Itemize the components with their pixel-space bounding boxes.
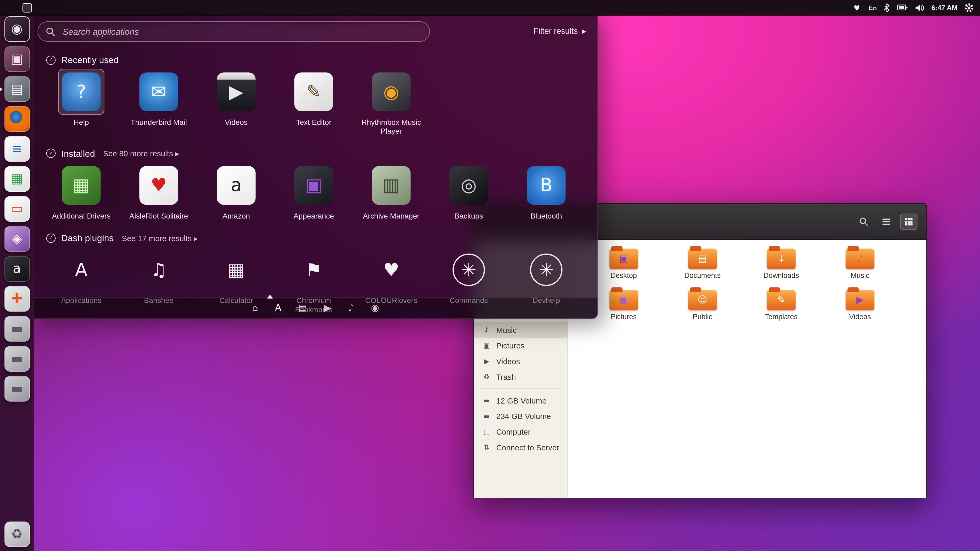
app-icon: ? bbox=[62, 72, 100, 111]
launcher-item[interactable] bbox=[0, 106, 34, 133]
sidebar-item-label: Videos bbox=[496, 357, 520, 366]
app-icon-ring: ▦ bbox=[65, 169, 97, 202]
lens-item[interactable]: ▶ bbox=[324, 303, 331, 313]
search-icon bbox=[46, 27, 56, 37]
dash-app-item[interactable]: ◎ Backups bbox=[430, 162, 508, 221]
folder-label: Pictures bbox=[611, 313, 636, 320]
launcher-item[interactable]: ▣ bbox=[0, 46, 34, 73]
app-icon: ✳ bbox=[527, 251, 566, 289]
folder-label: Videos bbox=[849, 313, 871, 320]
dash-search-row: Filter results ▸ bbox=[34, 15, 598, 46]
messaging-heart-icon[interactable] bbox=[853, 3, 861, 12]
launcher-item[interactable]: ▬ bbox=[0, 316, 34, 342]
dash-app-item[interactable]: ? Help bbox=[43, 69, 120, 136]
sidebar-devices: ▬ 12 GB Volume ▬ 234 GB Volume ▢ Compute… bbox=[474, 393, 567, 456]
dash-app-item[interactable]: B Bluetooth bbox=[508, 162, 585, 221]
app-icon: ♥ bbox=[372, 251, 410, 289]
sidebar-item[interactable]: ♻ Trash bbox=[474, 369, 567, 385]
dash-app-item[interactable]: ✎ Text Editor bbox=[275, 69, 352, 136]
lens-item[interactable]: ◉ bbox=[371, 303, 379, 313]
sound-icon[interactable] bbox=[915, 3, 924, 12]
app-icon-ring: ✎ bbox=[298, 76, 330, 108]
launcher-item[interactable]: ▭ bbox=[0, 196, 34, 222]
launcher-item[interactable]: ◉ bbox=[0, 16, 34, 43]
lens-item[interactable]: ▤ bbox=[298, 303, 307, 313]
app-glyph: ? bbox=[76, 83, 86, 101]
battery-icon[interactable] bbox=[897, 4, 908, 11]
launcher-item[interactable]: ▤ bbox=[0, 76, 34, 103]
folder-icon: ▣ bbox=[609, 249, 638, 269]
folder-label: Templates bbox=[765, 313, 797, 320]
filter-results-label: Filter results bbox=[533, 26, 578, 36]
folder-item[interactable]: ▤ Documents bbox=[663, 249, 742, 290]
launcher-glyph: ▤ bbox=[11, 83, 23, 95]
section-header-dash-plugins: ✓ Dash plugins See 17 more results ▸ bbox=[34, 232, 598, 245]
launcher-item[interactable]: ≡ bbox=[0, 136, 34, 162]
search-box[interactable] bbox=[38, 21, 430, 42]
grid-view-icon[interactable] bbox=[900, 213, 918, 229]
sidebar-item[interactable]: ▶ Videos bbox=[474, 354, 567, 369]
sidebar-item[interactable]: ▣ Pictures bbox=[474, 338, 567, 354]
see-more-link[interactable]: See 80 more results ▸ bbox=[103, 149, 179, 158]
sidebar-item[interactable]: ▢ Computer bbox=[474, 424, 567, 440]
launcher-glyph: ▭ bbox=[11, 202, 23, 215]
dash-app-item[interactable]: ▣ Appearance bbox=[275, 162, 352, 221]
folder-item[interactable]: ✎ Templates bbox=[742, 290, 821, 331]
app-glyph: ▣ bbox=[305, 176, 322, 194]
dash-app-item[interactable]: ✉ Thunderbird Mail bbox=[120, 69, 197, 136]
search-icon[interactable] bbox=[855, 213, 873, 229]
sidebar-item[interactable]: ♪ Music bbox=[474, 322, 567, 338]
launcher-glyph: ◈ bbox=[12, 232, 22, 245]
app-icon: A bbox=[62, 251, 100, 289]
dash-app-selection: a bbox=[213, 162, 259, 209]
launcher-icon: ▣ bbox=[4, 46, 30, 72]
dash-app-item[interactable]: a Amazon bbox=[197, 162, 275, 221]
launcher-item[interactable]: ◈ bbox=[0, 226, 34, 252]
launcher-item[interactable]: ▬ bbox=[0, 376, 34, 402]
app-label: Rhythmbox Music Player bbox=[354, 118, 428, 136]
folder-item[interactable]: ☺ Public bbox=[663, 290, 742, 331]
launcher-item[interactable]: ✚ bbox=[0, 286, 34, 313]
folder-icon: ♪ bbox=[846, 249, 875, 269]
app-glyph: ♫ bbox=[151, 261, 167, 279]
sidebar-item[interactable]: ▬ 234 GB Volume bbox=[474, 408, 567, 424]
folder-item[interactable]: ▶ Videos bbox=[821, 290, 900, 331]
filter-results-button[interactable]: Filter results ▸ bbox=[533, 26, 586, 36]
app-label: Amazon bbox=[223, 211, 250, 221]
folder-emblem: ♪ bbox=[857, 254, 863, 264]
bluetooth-icon[interactable] bbox=[884, 3, 890, 12]
dash-app-item[interactable]: ▶ Videos bbox=[197, 69, 275, 136]
session-gear-icon[interactable] bbox=[964, 3, 974, 12]
folder-icon: ✎ bbox=[767, 290, 795, 310]
see-more-link[interactable]: See 17 more results ▸ bbox=[122, 233, 198, 243]
dash-app-item[interactable]: ◉ Rhythmbox Music Player bbox=[352, 69, 430, 136]
appmenu-icon[interactable] bbox=[22, 3, 32, 12]
dash-app-item[interactable]: ▥ Archive Manager bbox=[352, 162, 430, 221]
running-indicator bbox=[0, 27, 2, 32]
sidebar-item[interactable]: ⇅ Connect to Server bbox=[474, 440, 567, 456]
dash-app-item[interactable]: ▦ Additional Drivers bbox=[43, 162, 120, 221]
list-view-icon[interactable] bbox=[877, 213, 895, 229]
app-icon-ring: ⚑ bbox=[298, 254, 330, 286]
folder-label: Downloads bbox=[764, 272, 799, 279]
dash-app-item[interactable]: ♥ AisleRiot Solitaire bbox=[120, 162, 197, 221]
lens-item[interactable]: A bbox=[275, 303, 281, 313]
section-title: Installed bbox=[61, 149, 95, 159]
keyboard-indicator[interactable]: En bbox=[869, 4, 877, 11]
folder-item[interactable]: ♪ Music bbox=[821, 249, 900, 290]
launcher-item[interactable]: a bbox=[0, 256, 34, 283]
folder-item[interactable]: ↓ Downloads bbox=[742, 249, 821, 290]
lens-item[interactable]: ⌂ bbox=[252, 303, 258, 313]
clock[interactable]: 6:47 AM bbox=[932, 4, 958, 11]
search-input[interactable] bbox=[61, 26, 422, 37]
lens-icon: ▶ bbox=[324, 302, 331, 314]
launcher-icon: ▭ bbox=[4, 196, 30, 222]
dash-app-selection: ✳ bbox=[523, 247, 570, 293]
launcher-item[interactable]: ▦ bbox=[0, 166, 34, 192]
launcher-item-trash[interactable]: ♻ bbox=[0, 521, 34, 548]
launcher-item[interactable]: ▬ bbox=[0, 346, 34, 372]
app-icon: ♥ bbox=[139, 166, 178, 205]
folder-emblem: ☺ bbox=[698, 295, 708, 305]
sidebar-item[interactable]: ▬ 12 GB Volume bbox=[474, 393, 567, 408]
lens-item[interactable]: ♪ bbox=[348, 303, 354, 313]
